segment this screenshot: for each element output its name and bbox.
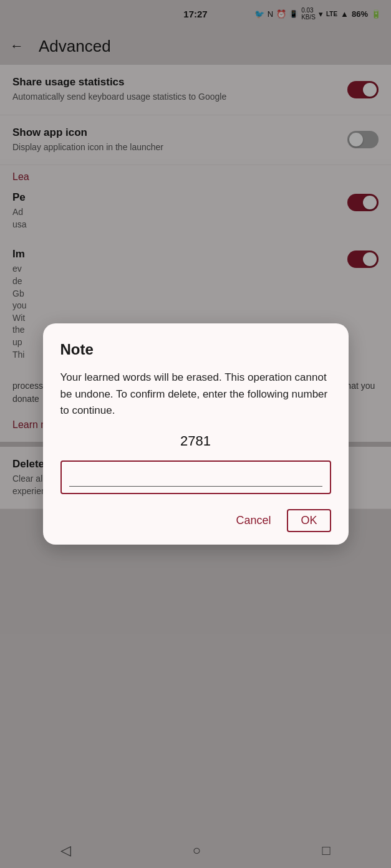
dialog-confirm-number: 2781 [60,433,331,449]
dialog-input[interactable] [69,468,322,487]
dialog-buttons: Cancel OK [60,509,331,532]
dialog-message: Your learned words will be erased. This … [60,370,331,419]
dialog-title: Note [60,341,331,358]
ok-button[interactable]: OK [287,509,331,532]
dialog-input-wrapper [60,460,331,494]
dialog-overlay: Note Your learned words will be erased. … [0,0,391,868]
cancel-button[interactable]: Cancel [229,510,277,531]
note-dialog: Note Your learned words will be erased. … [43,323,349,544]
